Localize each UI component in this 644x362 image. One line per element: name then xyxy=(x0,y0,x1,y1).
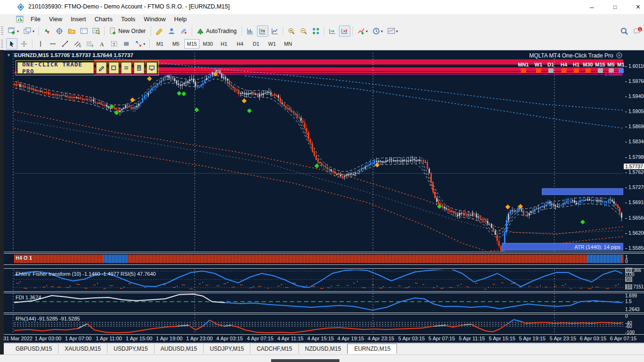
market-watch-button[interactable] xyxy=(41,25,53,37)
auto-scroll-button[interactable] xyxy=(327,25,338,37)
candle-chart-button[interactable] xyxy=(257,25,268,37)
toolbar-grip[interactable] xyxy=(1,26,3,36)
menu-insert[interactable]: Insert xyxy=(66,14,91,24)
timeframe-h4-button[interactable]: H4 xyxy=(232,39,248,49)
chart-tab-audusd[interactable]: AUDUSD,M15 xyxy=(155,344,204,354)
window-splitter[interactable] xyxy=(4,293,644,293)
window-splitter[interactable] xyxy=(4,334,644,335)
overlay-tf-button-m15[interactable] xyxy=(598,68,603,73)
menu-tools[interactable]: Tools xyxy=(117,14,140,24)
collapse-triangle-icon[interactable]: ▼ xyxy=(7,53,11,58)
channel-button[interactable]: E xyxy=(72,38,83,49)
chart-tab-xauusd[interactable]: XAUUSD,M15 xyxy=(58,344,107,354)
tile-windows-button[interactable] xyxy=(310,25,322,37)
menu-file[interactable]: File xyxy=(26,14,45,24)
close-button[interactable]: × xyxy=(627,0,644,14)
indicators-button[interactable]: ▾ xyxy=(355,25,370,37)
cursor-button[interactable] xyxy=(6,38,17,49)
timeframe-w1-button[interactable]: W1 xyxy=(264,39,280,49)
overlay-tf-button-w1[interactable] xyxy=(536,68,541,73)
williams-r-indicator-canvas[interactable] xyxy=(4,314,623,336)
overlay-tf-button-h4[interactable] xyxy=(561,68,567,73)
overlay-tf-button-d1[interactable] xyxy=(548,68,553,73)
bar-chart-button[interactable] xyxy=(245,25,256,37)
toolbar-separator xyxy=(149,39,150,49)
vertical-line-button[interactable] xyxy=(35,38,46,49)
window-splitter[interactable] xyxy=(4,264,644,265)
chart-tab-gbpusd[interactable]: GBPUSD,M15 xyxy=(9,344,58,354)
window-splitter[interactable] xyxy=(4,268,644,269)
journal-icon[interactable] xyxy=(133,62,145,74)
window-splitter[interactable] xyxy=(4,291,644,292)
chart-tab-usdjpy[interactable]: USDJPY,M15 xyxy=(107,344,154,354)
text-button[interactable]: A xyxy=(96,38,107,49)
chart-tab-nzdusd[interactable]: NZDUSD,M15 xyxy=(299,344,348,354)
chevron-down-icon[interactable]: ▾ xyxy=(396,29,398,33)
shapes-button[interactable] xyxy=(121,38,132,49)
window-splitter[interactable] xyxy=(4,253,644,254)
timeframe-m1-button[interactable]: M1 xyxy=(152,39,167,49)
overlay-close-icon[interactable] xyxy=(616,52,622,58)
new-order-button[interactable]: New Order xyxy=(107,25,149,37)
new-chart-button[interactable]: ▾ xyxy=(6,25,21,37)
overlay-tf-button-h1[interactable] xyxy=(574,68,579,73)
chart-tab-cadchf[interactable]: CADCHF,M15 xyxy=(250,344,298,354)
menu-view[interactable]: View xyxy=(45,14,66,24)
crosshair-button[interactable] xyxy=(18,38,30,49)
toolbar-grip[interactable] xyxy=(1,40,3,48)
fibonacci-button[interactable]: F xyxy=(84,38,95,49)
community-button[interactable] xyxy=(166,25,177,37)
trendline-button[interactable] xyxy=(59,38,71,49)
fdi-indicator-canvas[interactable] xyxy=(4,293,623,314)
main-chart-canvas[interactable] xyxy=(4,50,623,253)
chart-window-icon[interactable] xyxy=(16,16,24,25)
window-splitter[interactable] xyxy=(4,314,644,314)
arrows-button[interactable]: ▾ xyxy=(133,38,147,49)
signals-button[interactable] xyxy=(178,25,190,37)
minimize-button[interactable]: – xyxy=(581,0,603,14)
timeframe-h1-button[interactable]: H1 xyxy=(216,39,231,49)
data-window-button[interactable] xyxy=(54,25,65,37)
timeframe-m5-button[interactable]: M5 xyxy=(168,39,183,49)
terminal-button[interactable] xyxy=(78,25,90,37)
square-icon[interactable] xyxy=(108,62,120,74)
chevron-down-icon[interactable]: ▾ xyxy=(366,29,368,33)
text-label-button[interactable]: T xyxy=(108,38,120,49)
profiles-button[interactable]: ▾ xyxy=(22,25,36,37)
timeframe-d1-button[interactable]: D1 xyxy=(248,39,264,49)
overlay-tf-button-mn1[interactable] xyxy=(521,68,526,73)
navigator-button[interactable] xyxy=(66,25,77,37)
menu-window[interactable]: Window xyxy=(140,14,170,24)
panel-title[interactable]: ONE-CLICK TRADE PRO xyxy=(17,62,94,74)
templates-button[interactable]: ▾ xyxy=(386,25,400,37)
periods-button[interactable]: ▾ xyxy=(371,25,385,37)
chart-tab-eurnzd[interactable]: EURNZD,M15 xyxy=(347,344,397,354)
overlay-tf-button-m30[interactable] xyxy=(586,68,591,73)
pencil-icon[interactable] xyxy=(96,62,107,74)
notifications-button[interactable]: 1 xyxy=(631,25,644,37)
line-chart-button[interactable] xyxy=(269,25,281,37)
timeframe-m30-button[interactable]: M30 xyxy=(200,39,215,49)
metaeditor-button[interactable] xyxy=(154,25,165,37)
window-splitter[interactable] xyxy=(4,313,644,313)
timeframe-m15-button[interactable]: M15 xyxy=(184,39,199,49)
chart-shift-button[interactable] xyxy=(339,25,350,37)
chart-tab-usdjpy[interactable]: USDJPY,M15 xyxy=(204,344,250,354)
horizontal-line-button[interactable] xyxy=(47,38,58,49)
menu-charts[interactable]: Charts xyxy=(90,14,116,24)
monitor-icon[interactable] xyxy=(146,62,157,74)
zoom-out-button[interactable] xyxy=(298,25,309,37)
equals-icon[interactable] xyxy=(121,62,132,74)
chevron-down-icon[interactable]: ▾ xyxy=(143,42,145,46)
window-splitter[interactable] xyxy=(4,252,644,252)
chevron-down-icon[interactable]: ▾ xyxy=(33,29,34,33)
maximize-button[interactable]: □ xyxy=(604,0,626,14)
chevron-down-icon[interactable]: ▾ xyxy=(17,29,19,33)
zoom-in-button[interactable] xyxy=(286,25,297,37)
strategy-tester-button[interactable] xyxy=(91,25,102,37)
search-button[interactable] xyxy=(618,25,630,37)
autotrading-button[interactable]: AutoTrading xyxy=(195,25,239,37)
menu-help[interactable]: Help xyxy=(170,14,191,24)
timeframe-mn-button[interactable]: MN xyxy=(281,39,296,49)
chevron-down-icon[interactable]: ▾ xyxy=(381,29,383,33)
